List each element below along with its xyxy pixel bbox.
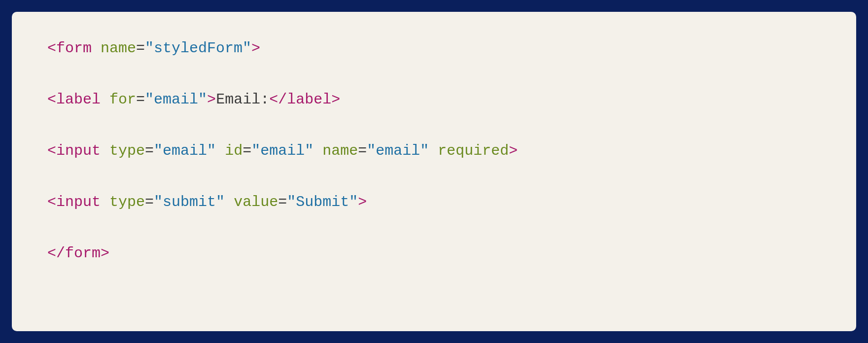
code-token: "styledForm": [145, 40, 251, 57]
code-token: >: [358, 194, 367, 210]
code-token: [216, 142, 225, 159]
code-token: [92, 40, 101, 57]
code-token: "email": [367, 142, 429, 159]
code-line: <form name="styledForm">: [47, 39, 821, 57]
code-token: >: [509, 142, 518, 159]
code-token: <form: [47, 40, 92, 57]
code-token: [313, 142, 322, 159]
code-token: for: [109, 91, 136, 108]
code-token: </form>: [47, 245, 109, 262]
code-block: <form name="styledForm"><label for="emai…: [47, 39, 821, 262]
code-token: =: [358, 142, 367, 159]
code-token: <input: [47, 142, 101, 159]
code-token: [101, 142, 109, 159]
code-token: <label: [47, 91, 101, 108]
code-token: </label>: [269, 91, 340, 108]
code-token: =: [145, 142, 154, 159]
code-token: "email": [251, 142, 313, 159]
code-token: [225, 194, 234, 210]
code-token: name: [101, 40, 136, 57]
code-token: =: [243, 142, 251, 159]
code-line: <input type="email" id="email" name="ema…: [47, 142, 821, 160]
code-token: required: [438, 142, 509, 159]
code-token: =: [145, 194, 154, 210]
code-token: value: [234, 194, 278, 210]
code-token: "email": [145, 91, 207, 108]
code-token: id: [225, 142, 243, 159]
code-token: <input: [47, 194, 101, 210]
code-token: Email:: [216, 91, 269, 108]
code-token: type: [109, 142, 145, 159]
code-token: name: [322, 142, 358, 159]
code-token: =: [278, 194, 287, 210]
code-token: >: [251, 40, 260, 57]
code-line: <input type="submit" value="Submit">: [47, 193, 821, 211]
code-token: =: [136, 40, 145, 57]
code-token: [429, 142, 438, 159]
code-token: [101, 91, 109, 108]
code-token: =: [136, 91, 145, 108]
code-token: >: [207, 91, 216, 108]
code-token: "Submit": [287, 194, 358, 210]
code-token: [101, 194, 109, 210]
code-token: "submit": [154, 194, 225, 210]
code-token: "email": [154, 142, 216, 159]
code-line: </form>: [47, 244, 821, 262]
code-token: type: [109, 194, 145, 210]
code-panel: <form name="styledForm"><label for="emai…: [12, 12, 856, 331]
code-line: <label for="email">Email:</label>: [47, 91, 821, 108]
